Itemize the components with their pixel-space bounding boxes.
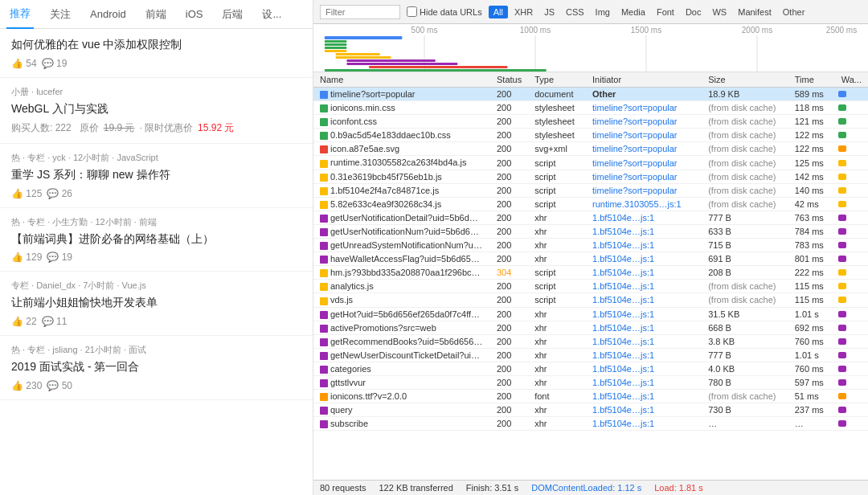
table-row[interactable]: categories200xhr1.bf5104e…js:14.0 KB760 …	[313, 362, 868, 375]
table-row[interactable]: getUnreadSystemNotificationNum?uid=5b6…2…	[313, 239, 868, 252]
col-name[interactable]: Name	[313, 72, 490, 88]
table-row[interactable]: vds.js200script1.bf5104e…js:1(from disk …	[313, 293, 868, 307]
hide-data-urls-label[interactable]: Hide data URLs	[407, 6, 482, 17]
table-row[interactable]: iconfont.css200stylesheettimeline?sort=p…	[313, 115, 868, 129]
table-row[interactable]: getUserNotificationNum?uid=5b6d656ef26…2…	[313, 224, 868, 238]
type-filter-font[interactable]: Font	[652, 6, 679, 18]
col-initiator[interactable]: Initiator	[586, 72, 702, 88]
article-item[interactable]: 热 · 专栏 · jsliang · 21小时前 · 面试2019 面试实战 -…	[0, 336, 313, 400]
cell-status: 200	[490, 403, 528, 417]
type-filter-img[interactable]: Img	[591, 6, 615, 18]
nav-tab-0[interactable]: 推荐	[6, 0, 34, 29]
timeline-bar: 500 ms 1000 ms 1500 ms 2000 ms 2500 ms	[313, 24, 868, 72]
nav-tab-3[interactable]: 前端	[142, 1, 170, 28]
table-row[interactable]: getHot?uid=5b6d656ef265da0f7c4ff4fd&cli……	[313, 307, 868, 321]
table-row[interactable]: runtime.310305582ca263f4bd4a.js200script…	[313, 156, 868, 170]
file-name-text: getHot?uid=5b6d656ef265da0f7c4ff4fd&cli…	[330, 309, 490, 319]
nav-tab-1[interactable]: 关注	[47, 1, 74, 28]
cell-size: 18.9 KB	[702, 88, 788, 101]
cell-type: xhr	[528, 334, 586, 348]
article-item[interactable]: 小册 · luceferWebGL 入门与实践购买人数: 222 原价 19.9…	[0, 78, 313, 145]
type-filter-doc[interactable]: Doc	[681, 6, 706, 18]
devtools-panel: Hide data URLs AllXHRJSCSSImgMediaFontDo…	[313, 0, 868, 495]
cell-type: script	[528, 170, 586, 183]
table-row[interactable]: timeline?sort=popular200documentOther18.…	[313, 88, 868, 101]
col-waterfall[interactable]: Wa...	[835, 72, 868, 88]
cell-status: 200	[490, 115, 528, 129]
cell-name: 5.82e633c4ea9f30268c34.js	[313, 197, 490, 211]
type-filter-other[interactable]: Other	[778, 6, 810, 18]
cell-status: 200	[490, 390, 528, 403]
waterfall-indicator	[838, 132, 846, 138]
cell-waterfall	[835, 321, 868, 334]
type-filter-js[interactable]: JS	[539, 6, 559, 18]
table-row[interactable]: ionicons.ttf?v=2.0.0200font1.bf5104e…js:…	[313, 390, 868, 403]
cell-initiator: 1.bf5104e…js:1	[586, 266, 702, 280]
nav-tab-4[interactable]: iOS	[182, 2, 207, 27]
table-row[interactable]: analytics.js200script1.bf5104e…js:1(from…	[313, 280, 868, 293]
type-filter-manifest[interactable]: Manifest	[733, 6, 776, 18]
type-filter-xhr[interactable]: XHR	[510, 6, 538, 18]
col-size[interactable]: Size	[702, 72, 788, 88]
table-row[interactable]: gttstlvvur200xhr1.bf5104e…js:1780 B597 m…	[313, 375, 868, 389]
table-row[interactable]: query200xhr1.bf5104e…js:1730 B237 ms	[313, 403, 868, 417]
table-row[interactable]: getRecommendBooks?uid=5b6d656ef265d…200x…	[313, 334, 868, 348]
file-name-text: analytics.js	[330, 281, 374, 291]
cell-status: 200	[490, 252, 528, 266]
nav-tab-2[interactable]: Android	[87, 2, 129, 27]
cell-initiator: timeline?sort=popular	[586, 101, 702, 115]
waterfall-indicator	[838, 91, 846, 97]
table-row[interactable]: 0.31e3619bcb45f756eb1b.js200scripttimeli…	[313, 170, 868, 183]
table-row[interactable]: getUserNotificationDetail?uid=5b6d…200xh…	[313, 211, 868, 224]
article-title: 2019 面试实战 - 第一回合	[11, 359, 301, 375]
article-title: 重学 JS 系列：聊聊 new 操作符	[11, 167, 301, 183]
col-status[interactable]: Status	[490, 72, 528, 88]
status-requests: 80 requests	[320, 483, 366, 493]
file-name-text: iconfont.css	[330, 117, 377, 126]
cell-type: xhr	[528, 417, 586, 431]
svg-rect-15	[336, 56, 391, 59]
file-type-icon	[320, 379, 328, 387]
table-row[interactable]: getNewUserDiscountTicketDetail?uid=5b6d……	[313, 348, 868, 362]
file-type-icon	[320, 325, 328, 333]
waterfall-indicator	[838, 187, 846, 194]
network-table-container[interactable]: Name Status Type Initiator Size Time Wa.…	[313, 72, 868, 480]
article-item[interactable]: 专栏 · Daniel_dx · 7小时前 · Vue.js让前端小姐姐愉快地开…	[0, 272, 313, 336]
table-row[interactable]: haveWalletAccessFlag?uid=5b6d656ef265d…2…	[313, 252, 868, 266]
table-row[interactable]: icon.a87e5ae.svg200svg+xmltimeline?sort=…	[313, 142, 868, 156]
article-author: 热 · 专栏 · jsliang · 21小时前 · 面试	[11, 344, 301, 356]
table-row[interactable]: activePromotions?src=web200xhr1.bf5104e……	[313, 321, 868, 334]
nav-tab-5[interactable]: 后端	[219, 1, 246, 28]
table-row[interactable]: subscribe200xhr1.bf5104e…js:1……	[313, 417, 868, 431]
cell-status: 200	[490, 101, 528, 115]
cell-size: (from disk cache)	[702, 129, 788, 142]
col-time[interactable]: Time	[788, 72, 835, 88]
cell-type: xhr	[528, 348, 586, 362]
table-row[interactable]: 1.bf5104e2f4a7c84871ce.js200scripttimeli…	[313, 183, 868, 197]
cell-time: 1.01 s	[788, 348, 835, 362]
cell-status: 200	[490, 197, 528, 211]
type-filter-all[interactable]: All	[489, 6, 508, 18]
status-bar: 80 requests 122 KB transferred Finish: 3…	[313, 480, 868, 495]
article-item[interactable]: 热 · 专栏 · yck · 12小时前 · JavaScript重学 JS 系…	[0, 144, 313, 208]
table-row[interactable]: hm.js?93bbd335a208870aa1f296bcd6842e5e30…	[313, 266, 868, 280]
waterfall-indicator	[838, 242, 846, 248]
table-row[interactable]: 0.b9ac5d54e183ddaec10b.css200stylesheett…	[313, 129, 868, 142]
table-row[interactable]: ionicons.min.css200stylesheettimeline?so…	[313, 101, 868, 115]
col-type[interactable]: Type	[528, 72, 586, 88]
svg-rect-16	[346, 59, 435, 62]
article-item[interactable]: 热 · 专栏 · 小生方勤 · 12小时前 · 前端【前端词典】进阶必备的网络基…	[0, 208, 313, 272]
nav-tab-6[interactable]: 设...	[259, 1, 285, 28]
type-filter-ws[interactable]: WS	[707, 6, 731, 18]
table-row[interactable]: 5.82e633c4ea9f30268c34.js200scriptruntim…	[313, 197, 868, 211]
hide-data-urls-checkbox[interactable]	[407, 6, 417, 17]
svg-text:1500 ms: 1500 ms	[631, 26, 661, 35]
type-filter-css[interactable]: CSS	[561, 6, 589, 18]
file-name-text: gttstlvvur	[330, 378, 366, 387]
cell-initiator: 1.bf5104e…js:1	[586, 293, 702, 307]
filter-input[interactable]	[320, 5, 400, 19]
file-name-text: categories	[330, 364, 371, 374]
type-filter-media[interactable]: Media	[616, 6, 650, 18]
cell-type: script	[528, 280, 586, 293]
article-item[interactable]: 如何优雅的在 vue 中添加权限控制👍 54💬 19	[0, 29, 313, 78]
